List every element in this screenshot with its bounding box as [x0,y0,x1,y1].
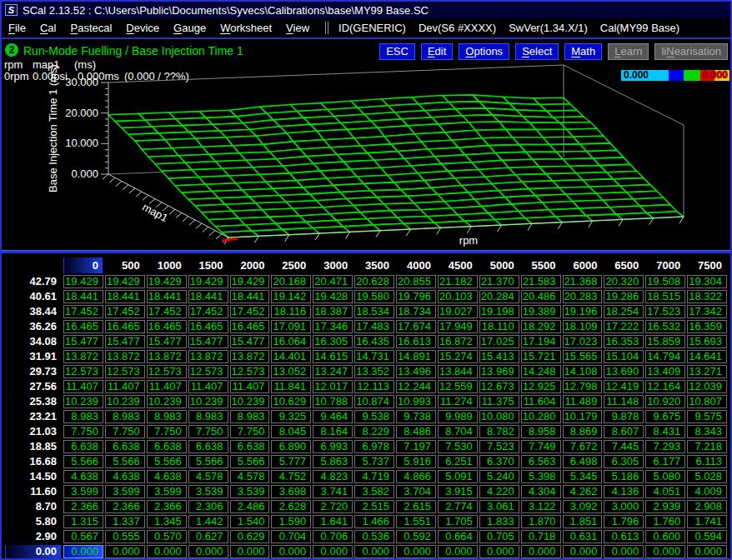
col-header-500[interactable]: 500 [105,258,145,273]
cell[interactable]: 11.407 [230,380,270,393]
cell[interactable]: 16.465 [230,320,270,333]
cell[interactable]: 18.116 [271,305,311,318]
cell[interactable]: 6.978 [354,440,394,453]
cell[interactable]: 13.052 [271,365,311,378]
cell[interactable]: 12.925 [521,380,561,393]
cell[interactable]: 12.419 [604,380,644,393]
cell[interactable]: 8.431 [645,425,685,438]
cell[interactable]: 0.627 [188,530,228,543]
cell[interactable]: 16.435 [354,335,394,348]
cell[interactable]: 16.872 [438,335,478,348]
cell[interactable]: 17.091 [271,320,311,333]
math-button[interactable]: Math [564,43,602,60]
cell[interactable]: 18.109 [563,320,603,333]
cell[interactable]: 16.613 [396,335,436,348]
cell[interactable]: 4.262 [563,485,603,498]
cell[interactable]: 11.489 [563,395,603,408]
cell[interactable]: 6.638 [105,440,145,453]
row-header-18.85[interactable]: 18.85 [5,440,62,453]
col-header-4500[interactable]: 4500 [438,258,478,273]
cell[interactable]: 17.346 [313,320,353,333]
cell[interactable]: 3.599 [105,485,145,498]
row-header-38.44[interactable]: 38.44 [5,305,62,318]
cell[interactable]: 2.774 [438,500,478,513]
cell[interactable]: 20.486 [521,290,561,303]
cell[interactable]: 4.638 [147,470,187,483]
col-header-1000[interactable]: 1000 [147,258,187,273]
cell[interactable]: 7.750 [63,425,103,438]
cell[interactable]: 19.429 [230,275,270,288]
row-header-14.50[interactable]: 14.50 [5,470,62,483]
cell[interactable]: 0.000 [105,545,145,558]
cell[interactable]: 19.196 [563,305,603,318]
cell[interactable]: 1.466 [354,515,394,528]
cell[interactable]: 13.872 [105,350,145,363]
cell[interactable]: 0.000 [563,545,603,558]
cell[interactable]: 12.244 [396,380,436,393]
cell[interactable]: 5.566 [63,455,103,468]
cell[interactable]: 5.566 [147,455,187,468]
cell[interactable]: 12.017 [313,380,353,393]
row-header-0.00[interactable]: 0.00 [5,545,62,558]
col-header-1500[interactable]: 1500 [188,258,228,273]
cell[interactable]: 3.582 [354,485,394,498]
cell[interactable]: 3.704 [396,485,436,498]
row-header-42.79[interactable]: 42.79 [5,275,62,288]
cell[interactable]: 6.251 [438,455,478,468]
cell[interactable]: 13.247 [313,365,353,378]
cell[interactable]: 13.872 [188,350,228,363]
cell[interactable]: 0.706 [313,530,353,543]
row-header-16.68[interactable]: 16.68 [5,455,62,468]
cell[interactable]: 1.796 [604,515,644,528]
col-header-7500[interactable]: 7500 [687,258,727,273]
cell[interactable]: 13.872 [147,350,187,363]
cell[interactable]: 1.851 [563,515,603,528]
cell[interactable]: 13.872 [63,350,103,363]
cell[interactable]: 16.465 [188,320,228,333]
cell[interactable]: 5.240 [479,470,519,483]
cell[interactable]: 18.441 [105,290,145,303]
cell[interactable]: 16.465 [105,320,145,333]
cell[interactable]: 0.000 [230,545,270,558]
cell[interactable]: 10.788 [313,395,353,408]
cell[interactable]: 0.000 [271,545,311,558]
cell[interactable]: 15.477 [147,335,187,348]
cell[interactable]: 2.720 [313,500,353,513]
cell[interactable]: 1.741 [687,515,727,528]
cell[interactable]: 3.092 [563,500,603,513]
cell[interactable]: 10.629 [271,395,311,408]
cell[interactable]: 9.538 [354,410,394,423]
row-header-29.73[interactable]: 29.73 [5,365,62,378]
cell[interactable]: 17.342 [687,305,727,318]
cell[interactable]: 18.441 [188,290,228,303]
cell[interactable]: 10.179 [563,410,603,423]
cell[interactable]: 0.000 [188,545,228,558]
cell[interactable]: 7.530 [438,440,478,453]
cell[interactable]: 1.870 [521,515,561,528]
cell[interactable]: 10.239 [230,395,270,408]
select-button[interactable]: Select [515,43,559,60]
cell[interactable]: 5.566 [188,455,228,468]
cell[interactable]: 4.638 [105,470,145,483]
col-header-2000[interactable]: 2000 [230,258,270,273]
cell[interactable]: 18.441 [230,290,270,303]
cell[interactable]: 20.855 [396,275,436,288]
cell[interactable]: 11.407 [188,380,228,393]
col-header-3000[interactable]: 3000 [313,258,353,273]
cell[interactable]: 11.274 [438,395,478,408]
cell[interactable]: 15.565 [563,350,603,363]
cell[interactable]: 0.000 [147,545,187,558]
cell[interactable]: 13.352 [354,365,394,378]
cell[interactable]: 0.705 [479,530,519,543]
cell[interactable]: 12.573 [230,365,270,378]
cell[interactable]: 7.523 [479,440,519,453]
cell[interactable]: 14.401 [271,350,311,363]
menu-item-file[interactable]: File [8,22,26,34]
row-header-34.08[interactable]: 34.08 [5,335,62,348]
cell[interactable]: 12.559 [438,380,478,393]
cell[interactable]: 19.429 [147,275,187,288]
cell[interactable]: 15.721 [521,350,561,363]
cell[interactable]: 6.890 [271,440,311,453]
cell[interactable]: 17.452 [147,305,187,318]
cell[interactable]: 16.359 [687,320,727,333]
